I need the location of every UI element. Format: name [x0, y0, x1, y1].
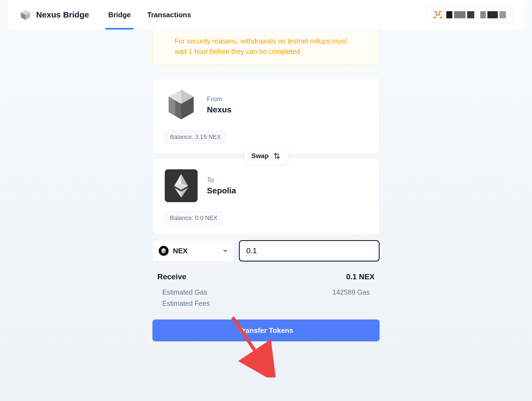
main-nav: Bridge Transactions	[108, 0, 191, 30]
wallet-connect-button[interactable]	[427, 7, 512, 23]
amount-input[interactable]	[239, 240, 380, 261]
token-icon	[159, 246, 169, 256]
estimated-gas-label: Estimated Gas	[162, 288, 207, 296]
svg-marker-7	[435, 13, 438, 16]
from-chain-name: Nexus	[207, 105, 232, 114]
wallet-address-redacted	[446, 11, 506, 18]
swap-arrows-icon	[273, 152, 281, 160]
svg-marker-5	[440, 17, 442, 19]
receive-label: Receive	[157, 272, 186, 281]
token-symbol: NEX	[173, 247, 218, 255]
metamask-icon	[433, 10, 443, 19]
app-header: Nexus Bridge Bridge Transactions	[8, 0, 524, 30]
svg-marker-9	[436, 17, 437, 18]
from-label: From	[207, 95, 232, 103]
swap-button[interactable]: Swap	[244, 147, 288, 165]
svg-marker-12	[439, 11, 442, 13]
to-chain-card: To Sepolia Balance: 0.0 NEX	[152, 158, 380, 235]
estimated-fees-label: Estimated Fees	[162, 300, 210, 307]
security-notice: For security reasons, withdrawals on tes…	[152, 30, 380, 65]
to-balance: Balance: 0.0 NEX	[165, 211, 223, 225]
token-select[interactable]: NEX	[152, 240, 235, 261]
svg-marker-11	[434, 11, 437, 13]
receive-value: 0.1 NEX	[346, 272, 375, 281]
svg-marker-10	[439, 17, 440, 18]
svg-marker-8	[438, 13, 441, 16]
logo-cube-icon	[20, 9, 31, 21]
from-chain-card: From Nexus Balance: 3.15 NEX	[152, 77, 380, 154]
to-label: To	[207, 176, 236, 184]
nav-transactions[interactable]: Transactions	[147, 0, 191, 30]
to-chain-name: Sepolia	[207, 186, 236, 195]
transfer-button[interactable]: Transfer Tokens	[152, 319, 380, 341]
chevron-down-icon	[222, 248, 228, 254]
swap-label: Swap	[251, 152, 269, 160]
svg-marker-6	[433, 17, 436, 19]
app-title: Nexus Bridge	[36, 10, 89, 19]
svg-marker-13	[437, 16, 438, 16]
estimated-gas-value: 142589 Gas	[332, 288, 370, 296]
from-balance: Balance: 3.15 NEX	[165, 130, 226, 144]
nav-bridge[interactable]: Bridge	[108, 0, 131, 30]
logo: Nexus Bridge	[20, 9, 89, 21]
sepolia-chain-icon	[165, 169, 198, 202]
nexus-chain-icon	[165, 88, 198, 121]
